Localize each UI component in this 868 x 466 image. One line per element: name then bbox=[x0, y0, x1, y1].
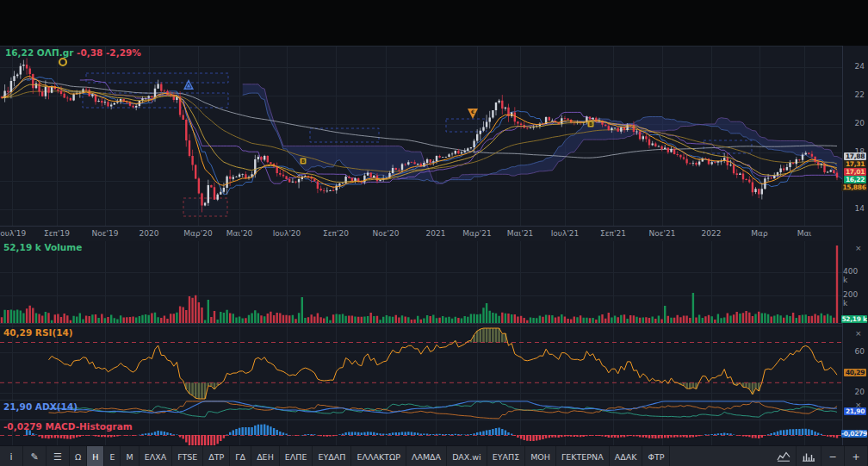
ticker-button[interactable]: ΜΟΗ bbox=[525, 446, 556, 466]
axis-tick-label: 22 bbox=[855, 90, 865, 99]
time-axis-tick: Νοε'20 bbox=[372, 229, 399, 238]
time-axis-tick: 2021 bbox=[426, 229, 446, 238]
close-adx-pane-button[interactable]: × bbox=[855, 401, 862, 409]
time-axis-tick: Νοε'21 bbox=[648, 229, 675, 238]
adx-pane[interactable] bbox=[0, 400, 842, 420]
ticker-button[interactable]: ΓΔ bbox=[230, 446, 251, 466]
time-axis-tick: Μαι'20 bbox=[226, 229, 253, 238]
time-axis-tick: Ιουλ'20 bbox=[273, 229, 301, 238]
time-axis-tick: Μαι'21 bbox=[507, 229, 534, 238]
info-button[interactable]: i bbox=[0, 446, 23, 466]
timeframe-button[interactable]: E bbox=[104, 446, 121, 466]
axis-tick-label: 400 k bbox=[843, 267, 865, 284]
chart-zone-box[interactable] bbox=[310, 128, 379, 142]
ticker-button[interactable]: ΕΥΔΑΠ bbox=[313, 446, 351, 466]
axis-tick-label: 24 bbox=[855, 62, 865, 71]
axis-value-tag: 52,19 k bbox=[841, 315, 867, 323]
axis-tick-label: 20 bbox=[855, 119, 865, 127]
symbol-change: -0,38 -2,29% bbox=[77, 47, 141, 58]
ticker-button[interactable]: FTSE bbox=[172, 446, 203, 466]
zoom-in-button[interactable]: + bbox=[845, 446, 868, 466]
chart-ring-marker[interactable] bbox=[59, 59, 66, 65]
trading-platform-window: XTRADE €BB Ιουλ'19Σεπ'19Νοε'192020Μαρ'20… bbox=[0, 0, 868, 466]
ticker-button[interactable]: ΔΤΡ bbox=[203, 446, 230, 466]
axis-value-tag: 16,22 bbox=[844, 176, 866, 183]
chart-badge-marker[interactable]: B bbox=[588, 121, 594, 127]
axis-tick-label: 200 k bbox=[843, 290, 865, 308]
close-macd-pane-button[interactable]: × bbox=[855, 428, 862, 436]
svg-text:B: B bbox=[589, 121, 592, 127]
line-chart-style-button[interactable] bbox=[772, 446, 797, 466]
axis-tick-label: 20 bbox=[855, 388, 865, 396]
macd-legend: -0,0279 MACD-Histogram bbox=[3, 421, 133, 432]
axis-value-tag: 40,29 bbox=[844, 369, 866, 376]
time-axis-tick: 2022 bbox=[702, 229, 722, 238]
ticker-button[interactable]: ΛΑΜΔΑ bbox=[406, 446, 447, 466]
objects-list-button[interactable]: ☰ bbox=[46, 446, 70, 466]
time-axis-tick: Σεπ'21 bbox=[600, 229, 626, 238]
ticker-button[interactable]: ΕΛΛΑΚΤΩΡ bbox=[351, 446, 406, 466]
axis-value-tag: 15,886 bbox=[841, 183, 867, 191]
ticker-button[interactable]: ΕΛΠΕ bbox=[280, 446, 313, 466]
chart-event-marker[interactable]: € bbox=[468, 109, 478, 120]
time-axis-tick: Ιουλ'21 bbox=[551, 229, 580, 238]
timeframe-button[interactable]: Ω bbox=[70, 446, 87, 466]
axis-value-tag: 17,01 bbox=[844, 168, 866, 176]
bar-chart-style-button[interactable] bbox=[797, 446, 822, 466]
close-rsi-pane-button[interactable]: × bbox=[855, 330, 862, 338]
main-chart-legend: 16,22 ΟΛΠ.gr -0,38 -2,29% bbox=[5, 47, 141, 58]
ticker-button[interactable]: DAX.wi bbox=[447, 446, 487, 466]
time-axis-tick: Μαρ'20 bbox=[183, 229, 212, 238]
adx-legend: 21,90 ADX(14) bbox=[3, 401, 78, 412]
time-axis-tick: Μαρ bbox=[751, 229, 767, 238]
draw-button[interactable]: ✎ bbox=[23, 446, 46, 466]
axis-value-tag: -0,0279 bbox=[841, 430, 867, 438]
time-axis-tick: Μαι bbox=[797, 229, 812, 238]
chart-zone-box[interactable] bbox=[86, 73, 228, 83]
ticker-button[interactable]: ΕΛΧΑ bbox=[140, 446, 173, 466]
time-axis-tick: Νοε'19 bbox=[91, 229, 118, 238]
zoom-out-button[interactable]: − bbox=[822, 446, 845, 466]
price-chart-pane[interactable]: XTRADE €BB bbox=[0, 46, 842, 227]
timeframe-button[interactable]: H bbox=[87, 446, 104, 466]
time-axis-tick: Μαρ'21 bbox=[462, 229, 491, 238]
ticker-button[interactable]: ΕΥΑΠΣ bbox=[487, 446, 525, 466]
bottom-toolbar: i✎☰ΩHEMΕΛΧΑFTSEΔΤΡΓΔΔΕΗΕΛΠΕΕΥΔΑΠΕΛΛΑΚΤΩΡ… bbox=[0, 445, 868, 466]
svg-text:€: € bbox=[470, 109, 474, 115]
axis-value-tag: 17,31 bbox=[844, 160, 866, 168]
axis-value-tag: 17,88 bbox=[844, 152, 866, 160]
time-axis-tick: 2020 bbox=[140, 229, 159, 238]
chart-zone-box[interactable] bbox=[183, 198, 227, 216]
window-top-band bbox=[0, 0, 868, 46]
ticker-button[interactable]: ΑΔΑΚ bbox=[610, 446, 643, 466]
time-axis[interactable]: Ιουλ'19Σεπ'19Νοε'192020Μαρ'20Μαι'20Ιουλ'… bbox=[0, 226, 842, 241]
price-axis[interactable]: 2422201814400 k200 k6020 bbox=[842, 0, 868, 445]
symbol-last-price: 16,22 ΟΛΠ.gr bbox=[5, 47, 73, 58]
time-axis-tick: Σεπ'20 bbox=[323, 229, 349, 238]
volume-legend: 52,19 k Volume bbox=[3, 242, 82, 252]
axis-tick-label: 60 bbox=[855, 347, 865, 356]
rsi-legend: 40,29 RSI(14) bbox=[3, 327, 73, 338]
time-axis-tick: Σεπ'19 bbox=[44, 229, 70, 238]
time-axis-tick: Ιουλ'19 bbox=[0, 229, 26, 238]
chart-badge-marker[interactable]: B bbox=[301, 158, 307, 165]
ticker-button[interactable]: ΓΕΚΤΕΡΝΑ bbox=[556, 446, 610, 466]
axis-tick-label: 14 bbox=[855, 204, 865, 213]
rsi-pane[interactable] bbox=[0, 326, 842, 401]
close-volume-pane-button[interactable]: × bbox=[855, 245, 862, 252]
timeframe-button[interactable]: M bbox=[121, 446, 139, 466]
volume-pane[interactable] bbox=[0, 240, 842, 326]
ticker-button[interactable]: ΔΕΗ bbox=[251, 446, 280, 466]
svg-text:B: B bbox=[301, 158, 305, 164]
ticker-button[interactable]: ΦΤΡ bbox=[642, 446, 670, 466]
